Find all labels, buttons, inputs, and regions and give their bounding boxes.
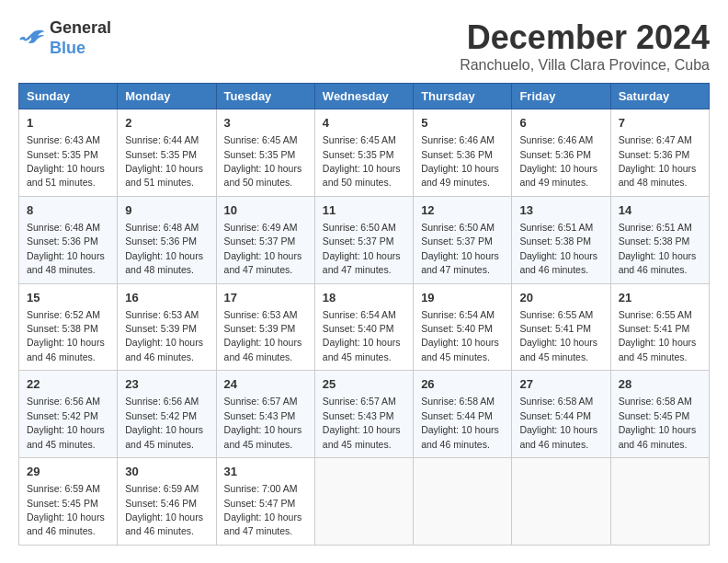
day-number: 25: [323, 376, 405, 393]
day-info: Sunrise: 6:51 AMSunset: 5:38 PMDaylight:…: [619, 222, 697, 275]
title-section: December 2024 Ranchuelo, Villa Clara Pro…: [460, 18, 710, 74]
day-number: 26: [421, 376, 504, 393]
day-number: 5: [421, 115, 504, 132]
calendar-table: SundayMondayTuesdayWednesdayThursdayFrid…: [18, 83, 710, 546]
day-number: 4: [323, 115, 405, 132]
calendar-day-cell: 30 Sunrise: 6:59 AMSunset: 5:46 PMDaylig…: [118, 458, 216, 546]
day-number: 13: [519, 202, 602, 219]
day-info: Sunrise: 6:57 AMSunset: 5:43 PMDaylight:…: [323, 396, 401, 449]
day-info: Sunrise: 6:46 AMSunset: 5:36 PMDaylight:…: [421, 134, 499, 188]
day-info: Sunrise: 6:54 AMSunset: 5:40 PMDaylight:…: [421, 309, 499, 362]
calendar-day-cell: 5 Sunrise: 6:46 AMSunset: 5:36 PMDayligh…: [414, 109, 512, 197]
day-info: Sunrise: 6:56 AMSunset: 5:42 PMDaylight:…: [125, 396, 203, 449]
logo-icon: [18, 28, 46, 50]
day-number: 18: [323, 290, 405, 306]
weekday-header: Sunday: [19, 84, 118, 109]
calendar-day-cell: 24 Sunrise: 6:57 AMSunset: 5:43 PMDaylig…: [216, 371, 314, 458]
calendar-day-cell: 7 Sunrise: 6:47 AMSunset: 5:36 PMDayligh…: [610, 109, 709, 197]
day-number: 17: [224, 290, 307, 306]
calendar-day-cell: 14 Sunrise: 6:51 AMSunset: 5:38 PMDaylig…: [610, 196, 709, 283]
day-info: Sunrise: 6:54 AMSunset: 5:40 PMDaylight:…: [323, 309, 401, 362]
calendar-day-cell: 19 Sunrise: 6:54 AMSunset: 5:40 PMDaylig…: [414, 283, 512, 371]
day-info: Sunrise: 6:58 AMSunset: 5:44 PMDaylight:…: [421, 396, 499, 449]
day-info: Sunrise: 7:00 AMSunset: 5:47 PMDaylight:…: [224, 483, 302, 536]
day-number: 15: [27, 290, 109, 306]
day-info: Sunrise: 6:55 AMSunset: 5:41 PMDaylight:…: [619, 309, 697, 362]
calendar-day-cell: 21 Sunrise: 6:55 AMSunset: 5:41 PMDaylig…: [610, 283, 709, 371]
calendar-day-cell: 20 Sunrise: 6:55 AMSunset: 5:41 PMDaylig…: [512, 283, 610, 371]
day-number: 20: [519, 290, 602, 306]
day-number: 12: [421, 202, 504, 219]
calendar-day-cell: 31 Sunrise: 7:00 AMSunset: 5:47 PMDaylig…: [216, 458, 314, 546]
day-number: 7: [619, 115, 701, 132]
day-number: 29: [27, 464, 109, 480]
calendar-day-cell: 2 Sunrise: 6:44 AMSunset: 5:35 PMDayligh…: [118, 109, 216, 197]
day-info: Sunrise: 6:46 AMSunset: 5:36 PMDaylight:…: [519, 134, 597, 188]
day-info: Sunrise: 6:50 AMSunset: 5:37 PMDaylight:…: [421, 222, 499, 275]
day-number: 27: [519, 376, 602, 393]
calendar-day-cell: 6 Sunrise: 6:46 AMSunset: 5:36 PMDayligh…: [512, 109, 610, 197]
day-number: 21: [619, 290, 701, 306]
weekday-header: Tuesday: [216, 84, 314, 109]
day-info: Sunrise: 6:44 AMSunset: 5:35 PMDaylight:…: [125, 134, 203, 188]
calendar-day-cell: 11 Sunrise: 6:50 AMSunset: 5:37 PMDaylig…: [314, 196, 413, 283]
header: General Blue December 2024 Ranchuelo, Vi…: [18, 18, 710, 74]
calendar-week-row: 8 Sunrise: 6:48 AMSunset: 5:36 PMDayligh…: [19, 196, 710, 283]
day-info: Sunrise: 6:58 AMSunset: 5:44 PMDaylight:…: [519, 396, 597, 449]
calendar-day-cell: 3 Sunrise: 6:45 AMSunset: 5:35 PMDayligh…: [216, 109, 314, 197]
day-info: Sunrise: 6:45 AMSunset: 5:35 PMDaylight:…: [224, 134, 302, 188]
day-number: 22: [27, 376, 109, 393]
day-info: Sunrise: 6:47 AMSunset: 5:36 PMDaylight:…: [619, 134, 697, 188]
day-number: 28: [619, 376, 701, 393]
day-info: Sunrise: 6:59 AMSunset: 5:46 PMDaylight:…: [125, 483, 203, 536]
day-number: 2: [125, 115, 208, 132]
calendar-day-cell: 16 Sunrise: 6:53 AMSunset: 5:39 PMDaylig…: [118, 283, 216, 371]
day-number: 14: [619, 202, 701, 219]
day-info: Sunrise: 6:56 AMSunset: 5:42 PMDaylight:…: [27, 396, 105, 449]
logo: General Blue: [18, 18, 111, 58]
day-number: 6: [519, 115, 602, 132]
calendar-day-cell: 23 Sunrise: 6:56 AMSunset: 5:42 PMDaylig…: [118, 371, 216, 458]
calendar-day-cell: [314, 458, 413, 546]
weekday-header: Monday: [118, 84, 216, 109]
day-number: 11: [323, 202, 405, 219]
day-info: Sunrise: 6:59 AMSunset: 5:45 PMDaylight:…: [27, 483, 105, 536]
calendar-day-cell: 27 Sunrise: 6:58 AMSunset: 5:44 PMDaylig…: [512, 371, 610, 458]
day-info: Sunrise: 6:43 AMSunset: 5:35 PMDaylight:…: [27, 134, 105, 188]
day-number: 19: [421, 290, 504, 306]
day-number: 9: [125, 202, 208, 219]
calendar-day-cell: 15 Sunrise: 6:52 AMSunset: 5:38 PMDaylig…: [19, 283, 118, 371]
day-info: Sunrise: 6:48 AMSunset: 5:36 PMDaylight:…: [125, 222, 203, 275]
weekday-header: Wednesday: [314, 84, 413, 109]
day-info: Sunrise: 6:53 AMSunset: 5:39 PMDaylight:…: [125, 309, 203, 362]
calendar-day-cell: 25 Sunrise: 6:57 AMSunset: 5:43 PMDaylig…: [314, 371, 413, 458]
calendar-day-cell: 8 Sunrise: 6:48 AMSunset: 5:36 PMDayligh…: [19, 196, 118, 283]
calendar-day-cell: 10 Sunrise: 6:49 AMSunset: 5:37 PMDaylig…: [216, 196, 314, 283]
calendar-week-row: 22 Sunrise: 6:56 AMSunset: 5:42 PMDaylig…: [19, 371, 710, 458]
calendar-header-row: SundayMondayTuesdayWednesdayThursdayFrid…: [19, 84, 710, 109]
day-info: Sunrise: 6:48 AMSunset: 5:36 PMDaylight:…: [27, 222, 105, 275]
day-number: 1: [27, 115, 109, 132]
calendar-day-cell: 12 Sunrise: 6:50 AMSunset: 5:37 PMDaylig…: [414, 196, 512, 283]
day-number: 8: [27, 202, 109, 219]
calendar-day-cell: 9 Sunrise: 6:48 AMSunset: 5:36 PMDayligh…: [118, 196, 216, 283]
day-info: Sunrise: 6:53 AMSunset: 5:39 PMDaylight:…: [224, 309, 302, 362]
weekday-header: Saturday: [610, 84, 709, 109]
calendar-day-cell: [414, 458, 512, 546]
calendar-day-cell: 18 Sunrise: 6:54 AMSunset: 5:40 PMDaylig…: [314, 283, 413, 371]
logo-line1: General: [50, 18, 111, 39]
calendar-week-row: 1 Sunrise: 6:43 AMSunset: 5:35 PMDayligh…: [19, 109, 710, 197]
calendar-day-cell: 13 Sunrise: 6:51 AMSunset: 5:38 PMDaylig…: [512, 196, 610, 283]
calendar-day-cell: 28 Sunrise: 6:58 AMSunset: 5:45 PMDaylig…: [610, 371, 709, 458]
calendar-day-cell: 29 Sunrise: 6:59 AMSunset: 5:45 PMDaylig…: [19, 458, 118, 546]
day-info: Sunrise: 6:52 AMSunset: 5:38 PMDaylight:…: [27, 309, 105, 362]
day-number: 30: [125, 464, 208, 480]
day-number: 3: [224, 115, 307, 132]
calendar-day-cell: 17 Sunrise: 6:53 AMSunset: 5:39 PMDaylig…: [216, 283, 314, 371]
calendar-day-cell: 22 Sunrise: 6:56 AMSunset: 5:42 PMDaylig…: [19, 371, 118, 458]
weekday-header: Friday: [512, 84, 610, 109]
calendar-week-row: 15 Sunrise: 6:52 AMSunset: 5:38 PMDaylig…: [19, 283, 710, 371]
month-title: December 2024: [460, 18, 710, 57]
day-info: Sunrise: 6:55 AMSunset: 5:41 PMDaylight:…: [519, 309, 597, 362]
day-info: Sunrise: 6:50 AMSunset: 5:37 PMDaylight:…: [323, 222, 401, 275]
